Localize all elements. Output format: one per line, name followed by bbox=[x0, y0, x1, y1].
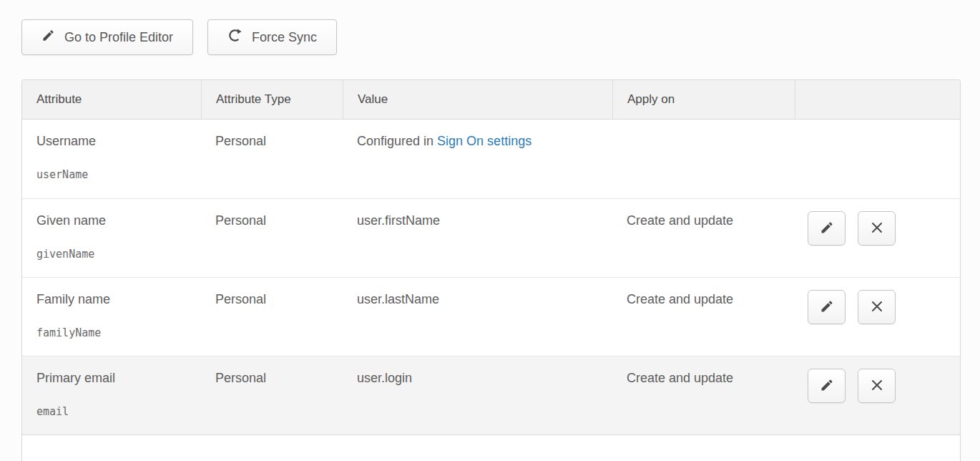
attribute-label: Given name bbox=[36, 213, 201, 228]
header-actions bbox=[795, 80, 960, 119]
actions-cell bbox=[795, 278, 960, 356]
attribute-label: Family name bbox=[36, 292, 201, 307]
table-header-row: Attribute Attribute Type Value Apply on bbox=[22, 80, 960, 120]
force-sync-button[interactable]: Force Sync bbox=[207, 19, 337, 55]
edit-attribute-button[interactable] bbox=[808, 290, 846, 324]
apply-on-cell: Create and update bbox=[612, 199, 795, 277]
apply-on-cell bbox=[612, 120, 795, 198]
value-prefix-text: Configured in bbox=[357, 134, 437, 148]
attribute-cell: Given name givenName bbox=[22, 199, 201, 277]
attribute-type-cell: Personal bbox=[201, 199, 343, 277]
attribute-type-cell: Personal bbox=[201, 278, 343, 356]
attribute-variable-name: email bbox=[36, 405, 201, 418]
edit-attribute-button[interactable] bbox=[808, 369, 846, 403]
actions-cell bbox=[795, 120, 960, 198]
value-cell: user.login bbox=[343, 356, 612, 435]
attribute-cell: Primary email email bbox=[22, 356, 201, 435]
apply-on-cell: Create and update bbox=[612, 278, 795, 356]
attribute-mappings-page: Go to Profile Editor Force Sync Attribut… bbox=[0, 0, 980, 461]
actions-cell bbox=[795, 356, 960, 435]
refresh-icon bbox=[227, 28, 242, 47]
pencil-icon bbox=[820, 220, 834, 237]
table-row: Given name givenName Personal user.first… bbox=[22, 198, 960, 277]
attribute-variable-name: userName bbox=[36, 168, 201, 181]
x-icon bbox=[870, 378, 884, 394]
attribute-label: Username bbox=[36, 134, 201, 149]
remove-attribute-button[interactable] bbox=[858, 211, 896, 246]
header-attribute: Attribute bbox=[22, 80, 201, 119]
sign-on-settings-link[interactable]: Sign On settings bbox=[437, 134, 531, 148]
value-cell: Configured in Sign On settings bbox=[343, 120, 612, 198]
attribute-type-cell: Personal bbox=[201, 356, 343, 435]
x-icon bbox=[870, 220, 884, 237]
attribute-variable-name: familyName bbox=[36, 326, 201, 339]
remove-attribute-button[interactable] bbox=[858, 290, 896, 324]
pencil-icon bbox=[41, 29, 55, 46]
header-attribute-type: Attribute Type bbox=[201, 80, 343, 119]
attribute-cell: Username userName bbox=[22, 120, 201, 198]
table-row-partial bbox=[22, 435, 960, 461]
force-sync-label: Force Sync bbox=[252, 30, 317, 45]
value-cell: user.lastName bbox=[343, 278, 612, 356]
header-apply-on: Apply on bbox=[612, 80, 795, 119]
table-row: Username userName Personal Configured in… bbox=[22, 120, 960, 198]
pencil-icon bbox=[820, 378, 834, 394]
attribute-cell: Family name familyName bbox=[22, 278, 201, 356]
table-row: Primary email email Personal user.login … bbox=[22, 356, 960, 435]
attribute-label: Primary email bbox=[36, 371, 201, 386]
attribute-variable-name: givenName bbox=[36, 248, 201, 261]
value-cell: user.firstName bbox=[343, 199, 612, 277]
table-row: Family name familyName Personal user.las… bbox=[22, 277, 960, 356]
actions-cell bbox=[795, 199, 960, 277]
attribute-type-cell: Personal bbox=[201, 120, 343, 198]
pencil-icon bbox=[820, 299, 834, 316]
header-value: Value bbox=[343, 80, 612, 119]
go-to-profile-editor-button[interactable]: Go to Profile Editor bbox=[21, 19, 193, 55]
apply-on-cell: Create and update bbox=[612, 356, 795, 435]
toolbar: Go to Profile Editor Force Sync bbox=[21, 19, 980, 55]
go-to-profile-editor-label: Go to Profile Editor bbox=[64, 30, 173, 45]
x-icon bbox=[870, 299, 884, 316]
edit-attribute-button[interactable] bbox=[808, 211, 846, 246]
remove-attribute-button[interactable] bbox=[858, 369, 896, 403]
attribute-mappings-table: Attribute Attribute Type Value Apply on … bbox=[21, 79, 961, 461]
